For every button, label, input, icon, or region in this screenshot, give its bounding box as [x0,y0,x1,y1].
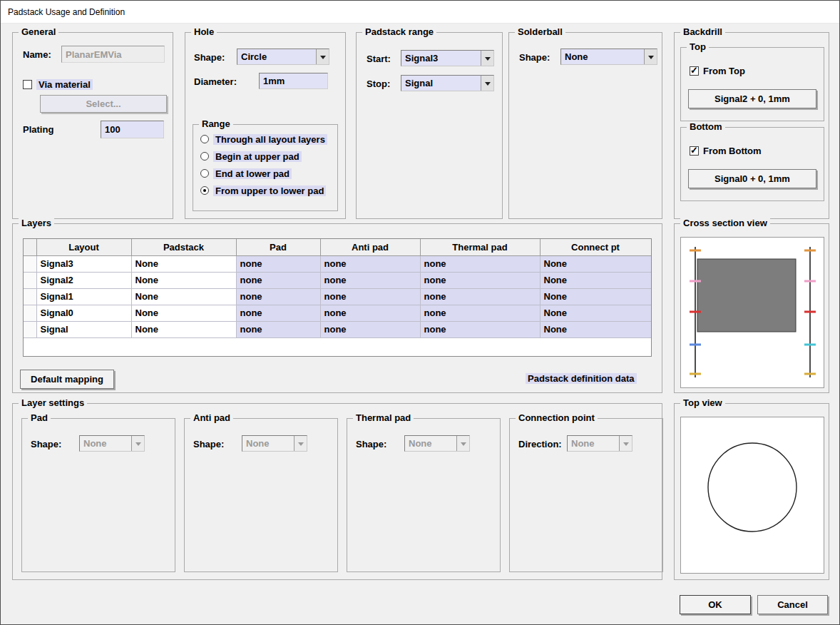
radio-through-all-layout-layers[interactable] [200,135,209,143]
table-cell[interactable]: none [320,288,420,305]
table-cell[interactable]: none [236,255,320,272]
table-cell[interactable]: Signal1 [36,288,131,305]
stop-dropdown-button[interactable] [481,76,493,91]
table-cell[interactable]: none [420,305,540,321]
table-cell[interactable]: none [320,321,420,337]
name-label: Name: [23,49,51,60]
via-material-label[interactable]: Via material [36,79,93,90]
table-cell[interactable]: None [131,255,236,272]
connection-point-legend: Connection point [516,412,598,423]
backdrill-group: Backdrill Top From Top Signal2 + 0, 1mm … [674,32,829,219]
chevron-down-icon [320,56,326,62]
row-selector[interactable] [24,255,36,272]
pad-circle [708,443,797,532]
radio-label-from-upper-to-lower-pad[interactable]: From upper to lower pad [213,186,326,196]
table-row[interactable]: Signal3NonenonenonenoneNone [24,255,651,272]
table-cell[interactable]: none [420,255,540,272]
plating-label: Plating [23,124,53,135]
chevron-down-icon [461,442,466,449]
table-cell[interactable]: None [540,272,651,288]
table-cell[interactable]: none [236,305,320,321]
table-cell[interactable]: Signal2 [36,272,131,288]
radio-label-begin-at-upper-pad[interactable]: Begin at upper pad [213,151,302,162]
column-header[interactable]: Anti pad [320,239,420,255]
radio-end-at-lower-pad[interactable] [200,169,209,178]
table-cell[interactable]: none [420,272,540,288]
table-cell[interactable]: none [320,255,420,272]
table-row[interactable]: Signal0NonenonenonenoneNone [24,305,651,321]
plating-input[interactable] [101,121,164,138]
thermal-pad-group: Thermal pad Shape: None [347,418,501,572]
table-cell[interactable]: None [540,305,651,321]
row-selector[interactable] [24,321,36,337]
start-value: Signal3 [401,51,481,66]
layer-tick [690,280,701,283]
from-bottom-label[interactable]: From Bottom [703,146,762,156]
table-cell[interactable]: None [131,288,236,305]
hole-legend: Hole [191,26,217,37]
radio-begin-at-upper-pad[interactable] [200,152,209,161]
general-group: General Name: Via material Select... Pla… [12,32,173,219]
table-cell[interactable]: None [540,255,651,272]
default-mapping-button[interactable]: Default mapping [20,370,114,389]
table-cell[interactable]: none [236,321,320,337]
backdrill-bottom-button[interactable]: Signal0 + 0, 1mm [688,169,816,188]
table-row[interactable]: Signal2NonenonenonenoneNone [24,272,651,288]
solderball-dropdown-button[interactable] [644,49,657,64]
table-cell[interactable]: none [320,305,420,321]
table-cell[interactable]: None [540,321,651,337]
radio-label-through-all-layout-layers[interactable]: Through all layout layers [213,134,327,145]
from-top-checkbox[interactable] [690,66,699,76]
table-cell[interactable]: None [540,288,651,305]
table-row[interactable]: Signal1NonenonenonenoneNone [24,288,651,305]
name-row: Name: [23,46,51,63]
table-cell[interactable]: none [420,288,540,305]
name-input [61,46,165,63]
backdrill-bottom-legend: Bottom [687,121,725,132]
column-header[interactable]: Layout [36,239,131,255]
backdrill-top-button[interactable]: Signal2 + 0, 1mm [688,89,816,108]
row-selector-header [24,239,36,255]
table-cell[interactable]: Signal0 [36,305,131,321]
table-cell[interactable]: none [236,272,320,288]
table-cell[interactable]: None [131,321,236,337]
start-dropdown-button[interactable] [481,51,493,66]
start-combo[interactable]: Signal3 [401,50,494,66]
range-group: Range Through all layout layers Begin at… [193,124,338,211]
column-header[interactable]: Padstack [131,239,236,255]
radio-from-upper-to-lower-pad[interactable] [200,186,209,195]
top-view-drawing [681,417,824,573]
stop-combo[interactable]: Signal [401,75,494,91]
row-selector[interactable] [24,305,36,321]
start-label: Start: [367,54,391,64]
solderball-group: Solderball Shape: None [508,32,662,219]
table-row[interactable]: SignalNonenonenonenoneNone [24,321,651,337]
table-cell[interactable]: None [131,272,236,288]
row-selector[interactable] [24,288,36,305]
from-top-row: From Top [690,63,745,78]
via-body-rect [697,259,796,332]
table-cell[interactable]: none [420,321,540,337]
from-top-label[interactable]: From Top [703,66,745,76]
hole-shape-dropdown-button[interactable] [316,49,329,64]
cancel-button[interactable]: Cancel [757,595,828,614]
column-header[interactable]: Thermal pad [420,239,540,255]
table-cell[interactable]: Signal [36,321,131,337]
thermal-pad-shape-value: None [405,436,456,451]
row-selector[interactable] [24,272,36,288]
table-cell[interactable]: None [131,305,236,321]
solderball-shape-combo[interactable]: None [560,49,657,65]
via-material-checkbox[interactable] [23,80,32,89]
connection-direction-combo: None [567,435,632,452]
ok-button[interactable]: OK [680,595,751,614]
table-cell[interactable]: none [236,288,320,305]
table-cell[interactable]: Signal3 [36,255,131,272]
hole-diameter-input[interactable] [259,73,328,89]
radio-label-end-at-lower-pad[interactable]: End at lower pad [213,168,292,179]
from-bottom-checkbox[interactable] [690,146,699,156]
column-header[interactable]: Pad [236,239,320,255]
table-cell[interactable]: none [320,272,420,288]
column-header[interactable]: Connect pt [540,239,651,255]
hole-shape-combo[interactable]: Circle [237,49,329,65]
top-view-group: Top view [674,403,829,580]
